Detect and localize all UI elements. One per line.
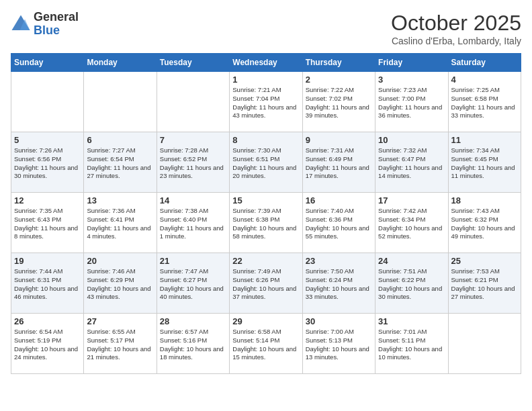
calendar-cell: 19Sunrise: 7:44 AMSunset: 6:31 PMDayligh… xyxy=(11,253,84,314)
calendar-cell: 16Sunrise: 7:40 AMSunset: 6:36 PMDayligh… xyxy=(302,193,375,253)
calendar-cell: 1Sunrise: 7:21 AMSunset: 7:04 PMDaylight… xyxy=(230,72,302,132)
calendar-cell: 11Sunrise: 7:34 AMSunset: 6:45 PMDayligh… xyxy=(448,132,521,193)
calendar-cell: 24Sunrise: 7:51 AMSunset: 6:22 PMDayligh… xyxy=(375,253,448,314)
day-info: Sunrise: 7:42 AMSunset: 6:34 PMDaylight:… xyxy=(378,207,445,241)
day-number: 23 xyxy=(306,256,372,266)
logo-icon xyxy=(11,14,31,34)
logo-text: General Blue xyxy=(34,11,79,38)
calendar-table: SundayMondayTuesdayWednesdayThursdayFrid… xyxy=(11,53,521,374)
day-number: 25 xyxy=(451,256,518,266)
day-number: 9 xyxy=(306,135,372,145)
day-info: Sunrise: 7:51 AMSunset: 6:22 PMDaylight:… xyxy=(378,267,445,302)
day-number: 2 xyxy=(306,75,372,85)
day-info: Sunrise: 6:55 AMSunset: 5:17 PMDaylight:… xyxy=(87,328,153,362)
day-info: Sunrise: 7:49 AMSunset: 6:26 PMDaylight:… xyxy=(232,267,299,302)
calendar-cell: 10Sunrise: 7:32 AMSunset: 6:47 PMDayligh… xyxy=(375,132,448,193)
calendar-cell: 6Sunrise: 7:27 AMSunset: 6:54 PMDaylight… xyxy=(84,132,157,193)
day-number: 22 xyxy=(232,256,299,266)
day-number: 12 xyxy=(14,195,81,205)
calendar-cell: 17Sunrise: 7:42 AMSunset: 6:34 PMDayligh… xyxy=(375,193,448,253)
calendar-cell: 3Sunrise: 7:23 AMSunset: 7:00 PMDaylight… xyxy=(375,72,448,132)
calendar-cell: 27Sunrise: 6:55 AMSunset: 5:17 PMDayligh… xyxy=(84,314,157,374)
calendar-cell: 8Sunrise: 7:30 AMSunset: 6:51 PMDaylight… xyxy=(230,132,302,193)
calendar-cell: 22Sunrise: 7:49 AMSunset: 6:26 PMDayligh… xyxy=(230,253,302,314)
day-info: Sunrise: 7:30 AMSunset: 6:51 PMDaylight:… xyxy=(232,146,299,181)
calendar-week-row: 5Sunrise: 7:26 AMSunset: 6:56 PMDaylight… xyxy=(11,132,521,193)
day-number: 29 xyxy=(232,316,299,326)
calendar-cell: 13Sunrise: 7:36 AMSunset: 6:41 PMDayligh… xyxy=(84,193,157,253)
day-number: 16 xyxy=(306,195,372,205)
day-number: 10 xyxy=(378,135,445,145)
logo: General Blue xyxy=(11,11,79,38)
weekday-header: Tuesday xyxy=(157,54,229,72)
day-number: 14 xyxy=(160,195,226,205)
day-info: Sunrise: 7:22 AMSunset: 7:02 PMDaylight:… xyxy=(306,86,372,120)
weekday-header: Thursday xyxy=(302,54,375,72)
day-number: 11 xyxy=(451,135,518,145)
day-number: 24 xyxy=(378,256,445,266)
day-info: Sunrise: 7:40 AMSunset: 6:36 PMDaylight:… xyxy=(306,207,372,241)
day-number: 18 xyxy=(451,195,518,205)
day-info: Sunrise: 7:28 AMSunset: 6:52 PMDaylight:… xyxy=(160,146,226,181)
calendar-cell: 31Sunrise: 7:01 AMSunset: 5:11 PMDayligh… xyxy=(375,314,448,374)
day-number: 4 xyxy=(451,75,518,85)
calendar-cell xyxy=(11,72,84,132)
day-number: 26 xyxy=(14,316,81,326)
day-info: Sunrise: 6:54 AMSunset: 5:19 PMDaylight:… xyxy=(14,328,81,362)
weekday-header-row: SundayMondayTuesdayWednesdayThursdayFrid… xyxy=(11,54,521,72)
day-number: 20 xyxy=(87,256,153,266)
calendar-cell: 7Sunrise: 7:28 AMSunset: 6:52 PMDaylight… xyxy=(157,132,229,193)
calendar-cell xyxy=(448,314,521,374)
page-header: General Blue October 2025 Caslino d'Erba… xyxy=(11,11,521,46)
day-number: 8 xyxy=(232,135,299,145)
day-number: 5 xyxy=(14,135,81,145)
day-info: Sunrise: 7:00 AMSunset: 5:13 PMDaylight:… xyxy=(306,328,372,362)
day-info: Sunrise: 7:27 AMSunset: 6:54 PMDaylight:… xyxy=(87,146,153,181)
day-number: 7 xyxy=(160,135,226,145)
day-info: Sunrise: 7:46 AMSunset: 6:29 PMDaylight:… xyxy=(87,267,153,302)
day-info: Sunrise: 6:58 AMSunset: 5:14 PMDaylight:… xyxy=(232,328,299,362)
calendar-cell: 20Sunrise: 7:46 AMSunset: 6:29 PMDayligh… xyxy=(84,253,157,314)
calendar-cell: 12Sunrise: 7:35 AMSunset: 6:43 PMDayligh… xyxy=(11,193,84,253)
day-number: 1 xyxy=(232,75,299,85)
day-info: Sunrise: 7:38 AMSunset: 6:40 PMDaylight:… xyxy=(160,207,226,241)
day-info: Sunrise: 7:34 AMSunset: 6:45 PMDaylight:… xyxy=(451,146,518,181)
calendar-cell: 23Sunrise: 7:50 AMSunset: 6:24 PMDayligh… xyxy=(302,253,375,314)
day-info: Sunrise: 7:53 AMSunset: 6:21 PMDaylight:… xyxy=(451,267,518,302)
calendar-week-row: 19Sunrise: 7:44 AMSunset: 6:31 PMDayligh… xyxy=(11,253,521,314)
calendar-cell: 2Sunrise: 7:22 AMSunset: 7:02 PMDaylight… xyxy=(302,72,375,132)
day-info: Sunrise: 7:44 AMSunset: 6:31 PMDaylight:… xyxy=(14,267,81,302)
weekday-header: Friday xyxy=(375,54,448,72)
day-info: Sunrise: 7:47 AMSunset: 6:27 PMDaylight:… xyxy=(160,267,226,302)
calendar-week-row: 26Sunrise: 6:54 AMSunset: 5:19 PMDayligh… xyxy=(11,314,521,374)
calendar-cell: 15Sunrise: 7:39 AMSunset: 6:38 PMDayligh… xyxy=(230,193,302,253)
title-block: October 2025 Caslino d'Erba, Lombardy, I… xyxy=(391,11,521,46)
day-info: Sunrise: 7:25 AMSunset: 6:58 PMDaylight:… xyxy=(451,86,518,120)
day-info: Sunrise: 7:23 AMSunset: 7:00 PMDaylight:… xyxy=(378,86,445,120)
day-info: Sunrise: 7:21 AMSunset: 7:04 PMDaylight:… xyxy=(232,86,299,120)
day-number: 31 xyxy=(378,316,445,326)
weekday-header: Sunday xyxy=(11,54,84,72)
calendar-cell: 9Sunrise: 7:31 AMSunset: 6:49 PMDaylight… xyxy=(302,132,375,193)
calendar-cell xyxy=(84,72,157,132)
calendar-cell: 14Sunrise: 7:38 AMSunset: 6:40 PMDayligh… xyxy=(157,193,229,253)
calendar-cell xyxy=(157,72,229,132)
day-number: 3 xyxy=(378,75,445,85)
day-number: 6 xyxy=(87,135,153,145)
day-number: 27 xyxy=(87,316,153,326)
location-subtitle: Caslino d'Erba, Lombardy, Italy xyxy=(391,36,521,46)
day-info: Sunrise: 7:26 AMSunset: 6:56 PMDaylight:… xyxy=(14,146,81,181)
day-info: Sunrise: 7:50 AMSunset: 6:24 PMDaylight:… xyxy=(306,267,372,302)
day-info: Sunrise: 7:35 AMSunset: 6:43 PMDaylight:… xyxy=(14,207,81,241)
weekday-header: Monday xyxy=(84,54,157,72)
calendar-cell: 21Sunrise: 7:47 AMSunset: 6:27 PMDayligh… xyxy=(157,253,229,314)
day-info: Sunrise: 7:39 AMSunset: 6:38 PMDaylight:… xyxy=(232,207,299,241)
day-number: 13 xyxy=(87,195,153,205)
day-info: Sunrise: 7:01 AMSunset: 5:11 PMDaylight:… xyxy=(378,328,445,362)
calendar-week-row: 12Sunrise: 7:35 AMSunset: 6:43 PMDayligh… xyxy=(11,193,521,253)
calendar-week-row: 1Sunrise: 7:21 AMSunset: 7:04 PMDaylight… xyxy=(11,72,521,132)
day-info: Sunrise: 7:31 AMSunset: 6:49 PMDaylight:… xyxy=(306,146,372,181)
weekday-header: Wednesday xyxy=(230,54,302,72)
month-title: October 2025 xyxy=(391,11,521,36)
calendar-cell: 18Sunrise: 7:43 AMSunset: 6:32 PMDayligh… xyxy=(448,193,521,253)
